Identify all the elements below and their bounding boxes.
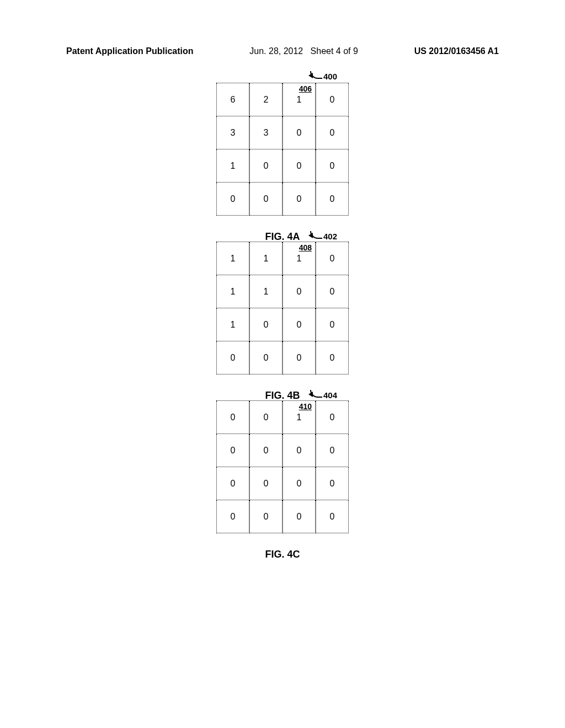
cell: 1	[216, 149, 249, 183]
callout-404: 404	[310, 390, 337, 400]
header-right: US 2012/0163456 A1	[414, 46, 499, 56]
figure-caption: FIG. 4A	[265, 231, 300, 243]
cell: 3	[216, 116, 249, 149]
cell: 6	[216, 83, 249, 116]
cell: 0	[316, 434, 349, 467]
cell: 0	[249, 341, 282, 374]
figure-caption: FIG. 4B	[265, 390, 300, 402]
content: 400 6 2 4061 0 3 3 0 0 1 0 0 0 0 0 0 0	[0, 83, 565, 564]
cell-label: 410	[299, 402, 312, 411]
grid-402: 1 1 4081 0 1 1 0 0 1 0 0 0 0 0 0 0	[216, 242, 349, 374]
grid-400: 6 2 4061 0 3 3 0 0 1 0 0 0 0 0 0 0	[216, 83, 349, 216]
grid-404: 0 0 4101 0 0 0 0 0 0 0 0 0 0 0 0 0	[216, 400, 349, 533]
cell: 3	[249, 116, 282, 149]
cell: 0	[316, 149, 349, 183]
header-mid: Jun. 28, 2012 Sheet 4 of 9	[249, 46, 358, 56]
cell: 0	[316, 116, 349, 149]
cell: 0	[282, 341, 316, 374]
cell: 0	[316, 242, 349, 275]
cell: 0	[216, 401, 249, 434]
figure-caption: FIG. 4C	[265, 549, 300, 560]
cell: 4101	[282, 401, 316, 434]
cell: 0	[216, 467, 249, 500]
header-left: Patent Application Publication	[66, 46, 194, 56]
cell: 0	[216, 500, 249, 533]
cell: 0	[249, 183, 282, 216]
figure-4a-wrap: 400 6 2 4061 0 3 3 0 0 1 0 0 0 0 0 0 0	[0, 83, 565, 246]
callout-402: 402	[310, 232, 337, 241]
cell: 0	[282, 149, 316, 183]
header-date: Jun. 28, 2012	[249, 46, 303, 56]
cell: 1	[216, 308, 249, 341]
cell: 4061	[282, 83, 316, 116]
callout-arrow-icon	[310, 390, 322, 398]
cell: 0	[249, 308, 282, 341]
callout-400: 400	[310, 72, 337, 81]
cell: 0	[316, 500, 349, 533]
cell: 0	[216, 434, 249, 467]
cell: 0	[249, 467, 282, 500]
cell: 0	[316, 83, 349, 116]
cell: 0	[316, 467, 349, 500]
header-sheet: Sheet 4 of 9	[311, 46, 358, 56]
cell: 0	[282, 275, 316, 308]
cell-label: 408	[299, 243, 312, 252]
cell: 0	[282, 500, 316, 533]
cell: 0	[282, 116, 316, 149]
grid: 1 1 4081 0 1 1 0 0 1 0 0 0 0 0 0 0	[216, 242, 349, 374]
callout-arrow-icon	[310, 71, 322, 79]
cell: 1	[216, 242, 249, 275]
grid: 0 0 4101 0 0 0 0 0 0 0 0 0 0 0 0 0	[216, 400, 349, 533]
cell: 0	[216, 341, 249, 374]
callout-arrow-icon	[310, 231, 322, 239]
cell: 0	[316, 275, 349, 308]
cell: 0	[316, 308, 349, 341]
cell: 0	[249, 149, 282, 183]
cell-label: 406	[299, 84, 312, 93]
cell: 0	[282, 434, 316, 467]
cell: 0	[282, 467, 316, 500]
cell: 0	[216, 183, 249, 216]
cell: 0	[282, 308, 316, 341]
figure-4b-wrap: 402 1 1 4081 0 1 1 0 0 1 0 0 0 0 0 0 0	[0, 242, 565, 405]
cell: 2	[249, 83, 282, 116]
cell: 4081	[282, 242, 316, 275]
cell: 0	[316, 341, 349, 374]
figure-4c-wrap: 404 0 0 4101 0 0 0 0 0 0 0 0 0 0 0 0 0	[0, 400, 565, 564]
cell: 0	[249, 500, 282, 533]
grid: 6 2 4061 0 3 3 0 0 1 0 0 0 0 0 0 0	[216, 83, 349, 216]
cell: 1	[249, 242, 282, 275]
cell: 1	[249, 275, 282, 308]
page-header: Patent Application Publication Jun. 28, …	[0, 46, 565, 56]
cell: 1	[216, 275, 249, 308]
cell: 0	[249, 434, 282, 467]
cell: 0	[249, 401, 282, 434]
cell: 0	[282, 183, 316, 216]
cell: 0	[316, 401, 349, 434]
cell: 0	[316, 183, 349, 216]
